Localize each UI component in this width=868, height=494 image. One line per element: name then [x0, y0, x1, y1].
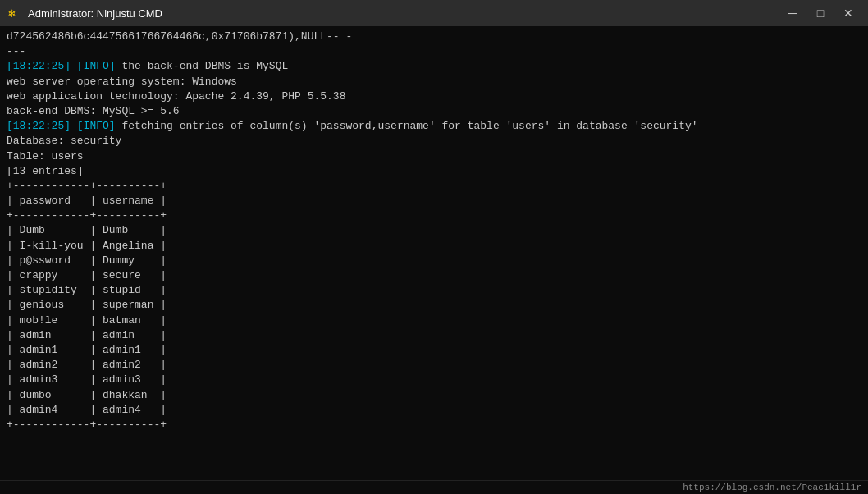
terminal-line: | admin1 | admin1 |	[7, 343, 861, 358]
terminal-line: [13 entries]	[7, 164, 861, 179]
title-bar-controls: ─ □ ✕	[781, 5, 860, 21]
terminal-line: | stupidity | stupid |	[7, 283, 861, 298]
maximize-button[interactable]: □	[809, 5, 832, 21]
terminal-line: | crappy | secure |	[7, 268, 861, 283]
terminal-body: d724562486b6c44475661766764466c,0x71706b…	[0, 26, 868, 480]
status-bar: https://blog.csdn.net/Peac1kill1r	[0, 480, 868, 494]
status-url: https://blog.csdn.net/Peac1kill1r	[683, 483, 861, 492]
terminal-line: +------------+----------+	[7, 208, 861, 223]
terminal-line: Table: users	[7, 149, 861, 164]
terminal-line: | Dumb | Dumb |	[7, 223, 861, 238]
terminal-line: | password | username |	[7, 194, 861, 208]
info-message: fetching entries of column(s) 'password,…	[116, 120, 698, 132]
terminal-line: | p@ssword | Dummy |	[7, 254, 861, 268]
terminal-line: | admin2 | admin2 |	[7, 358, 861, 373]
terminal-line: | mob!le | batman |	[7, 313, 861, 328]
terminal-line: | admin4 | admin4 |	[7, 403, 861, 418]
timestamp: [18:22:25]	[7, 120, 71, 132]
terminal-line: | dumbo | dhakkan |	[7, 388, 861, 403]
terminal-line: +------------+----------+	[7, 418, 861, 432]
terminal-line: [18:22:25] [INFO] the back-end DBMS is M…	[7, 59, 861, 74]
title-bar-text: Administrator: Ninjustu CMD	[28, 7, 781, 20]
terminal-line: | genious | superman |	[7, 298, 861, 313]
window: ❄ Administrator: Ninjustu CMD ─ □ ✕ d724…	[0, 0, 868, 494]
terminal-line: +------------+----------+	[7, 179, 861, 194]
close-button[interactable]: ✕	[837, 5, 860, 21]
terminal-line: back-end DBMS: MySQL >= 5.6	[7, 104, 861, 119]
terminal-line: | I-kill-you | Angelina |	[7, 239, 861, 254]
terminal-line: Database: security	[7, 134, 861, 149]
info-tag: [INFO]	[71, 120, 116, 132]
terminal-line: web application technology: Apache 2.4.3…	[7, 89, 861, 104]
terminal-line: | admin | admin |	[7, 328, 861, 343]
info-tag: [INFO]	[71, 60, 116, 72]
terminal-line: | admin3 | admin3 |	[7, 373, 861, 387]
info-message: the back-end DBMS is MySQL	[116, 60, 289, 72]
terminal-line: web server operating system: Windows	[7, 75, 861, 89]
terminal-line: [18:22:25] [INFO] fetching entries of co…	[7, 119, 861, 134]
terminal-line: ---	[7, 44, 861, 59]
title-bar: ❄ Administrator: Ninjustu CMD ─ □ ✕	[0, 0, 868, 26]
terminal-line: d724562486b6c44475661766764466c,0x71706b…	[7, 30, 861, 44]
timestamp: [18:22:25]	[7, 60, 71, 72]
app-icon: ❄	[8, 7, 21, 20]
minimize-button[interactable]: ─	[781, 5, 804, 21]
